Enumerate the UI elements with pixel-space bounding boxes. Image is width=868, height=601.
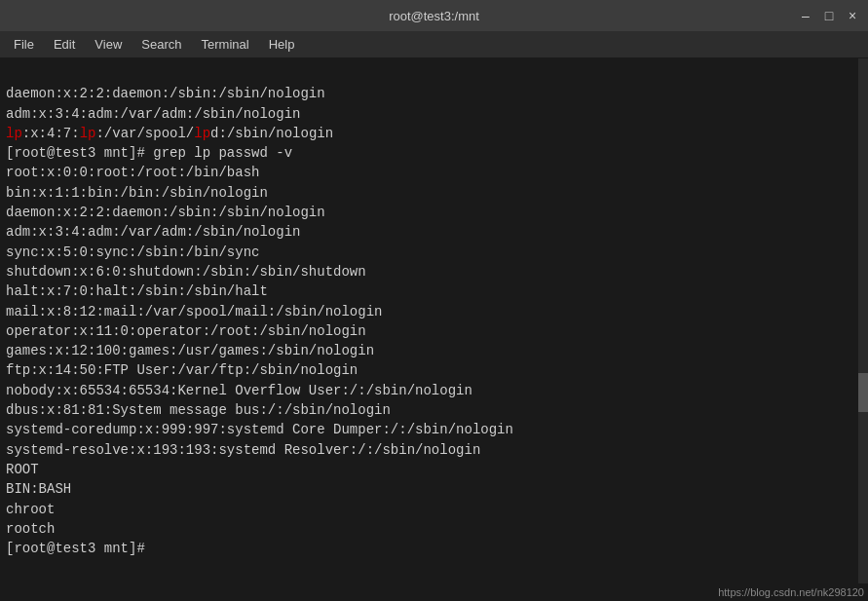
lp-highlight-3: lp — [194, 126, 210, 141]
titlebar: root@test3:/mnt – □ × — [0, 0, 868, 31]
minimize-button[interactable]: – — [798, 8, 813, 23]
terminal-window[interactable]: daemon:x:2:2:daemon:/sbin:/sbin/nologin … — [0, 58, 868, 583]
menu-file[interactable]: File — [4, 33, 44, 56]
statusbar: https://blog.csdn.net/nk298120 — [0, 583, 868, 601]
terminal-output: daemon:x:2:2:daemon:/sbin:/sbin/nologin … — [2, 62, 866, 580]
scrollbar[interactable] — [858, 58, 868, 583]
window-title: root@test3:/mnt — [389, 9, 479, 23]
lp-highlight-1: lp — [6, 126, 22, 141]
menu-edit[interactable]: Edit — [44, 33, 85, 56]
window-controls: – □ × — [798, 8, 860, 23]
lp-highlight-2: lp — [80, 126, 96, 141]
menu-view[interactable]: View — [85, 33, 132, 56]
watermark-text: https://blog.csdn.net/nk298120 — [718, 586, 864, 598]
close-button[interactable]: × — [845, 8, 860, 23]
menu-help[interactable]: Help — [259, 33, 305, 56]
menu-terminal[interactable]: Terminal — [192, 33, 259, 56]
lp-line-2: :/var/spool/ — [95, 126, 194, 141]
lp-line: :x:4:7: — [22, 126, 80, 141]
line-before-1: daemon:x:2:2:daemon:/sbin:/sbin/nologin … — [6, 86, 325, 121]
menubar: File Edit View Search Terminal Help — [0, 31, 868, 58]
maximize-button[interactable]: □ — [821, 8, 837, 23]
menu-search[interactable]: Search — [132, 33, 191, 56]
lp-line-3: d:/sbin/nologin — [210, 126, 333, 141]
prompt-1: [root@test3 mnt]# grep lp passwd -v root… — [6, 145, 513, 556]
scrollbar-thumb[interactable] — [858, 373, 868, 412]
